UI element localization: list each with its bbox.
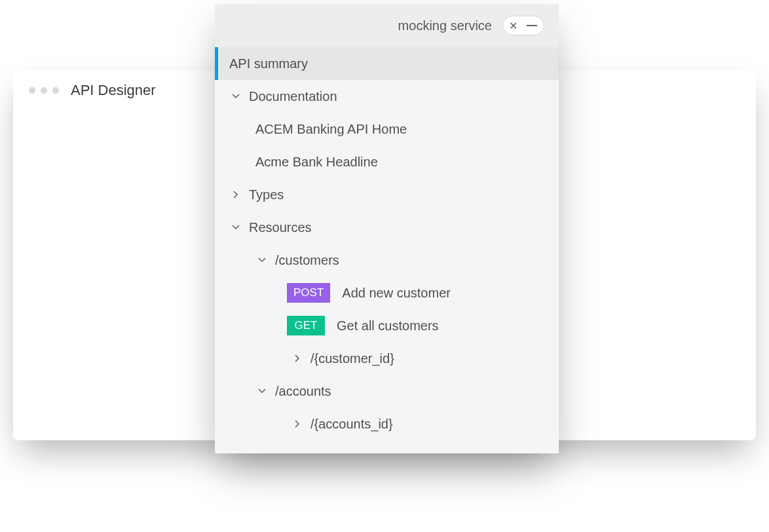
nav-item-label: /{customer_id}	[310, 351, 394, 366]
chevron-down-icon	[229, 94, 242, 99]
app-title: API Designer	[71, 82, 156, 99]
nav-item-label: API summary	[229, 56, 308, 71]
nav-resources[interactable]: Resources	[215, 211, 559, 244]
method-badge-get: GET	[287, 316, 325, 335]
nav-item-label: Acme Bank Headline	[255, 155, 378, 170]
close-icon: ✕	[506, 18, 520, 33]
nav-item-label: ACEM Banking API Home	[255, 122, 407, 137]
chevron-right-icon	[229, 191, 242, 199]
nav-endpoint-get-customers[interactable]: GET Get all customers	[215, 309, 559, 342]
chevron-down-icon	[255, 389, 269, 394]
traffic-light-maximize[interactable]	[52, 87, 59, 94]
traffic-lights	[29, 87, 59, 94]
nav-resource-accounts-id[interactable]: /{accounts_id}	[215, 408, 559, 440]
nav-doc-item-home[interactable]: ACEM Banking API Home	[215, 113, 559, 145]
nav-item-label: /{accounts_id}	[310, 417, 393, 432]
nav-item-label: /customers	[275, 253, 339, 268]
api-navigator-panel: mocking service ✕ API summary Documentat…	[215, 4, 559, 453]
nav-list: API summary Documentation ACEM Banking A…	[215, 47, 559, 453]
nav-documentation[interactable]: Documentation	[215, 80, 559, 113]
chevron-down-icon	[229, 225, 242, 230]
dash-icon	[527, 25, 537, 26]
nav-item-label: Get all customers	[337, 318, 439, 333]
traffic-light-close[interactable]	[29, 87, 35, 94]
nav-item-label: Resources	[249, 220, 312, 235]
chevron-right-icon	[291, 354, 304, 362]
nav-api-summary[interactable]: API summary	[215, 47, 559, 80]
nav-resource-customer-id[interactable]: /{customer_id}	[215, 342, 559, 375]
nav-types[interactable]: Types	[215, 178, 559, 211]
chevron-down-icon	[255, 257, 269, 263]
panel-header: mocking service ✕	[215, 4, 559, 47]
chevron-right-icon	[291, 420, 304, 428]
nav-item-label: /accounts	[275, 384, 331, 399]
mocking-service-toggle[interactable]: ✕	[502, 16, 544, 35]
mocking-service-label: mocking service	[398, 18, 492, 33]
nav-endpoint-add-customer[interactable]: POST Add new customer	[215, 276, 559, 309]
nav-item-label: Add new customer	[342, 286, 451, 301]
traffic-light-minimize[interactable]	[41, 87, 47, 94]
nav-resource-accounts[interactable]: /accounts	[215, 375, 559, 408]
nav-item-label: Documentation	[249, 89, 337, 104]
nav-doc-item-headline[interactable]: Acme Bank Headline	[215, 145, 559, 178]
nav-item-label: Types	[249, 187, 284, 202]
method-badge-post: POST	[287, 283, 330, 303]
nav-resource-customers[interactable]: /customers	[215, 244, 559, 276]
